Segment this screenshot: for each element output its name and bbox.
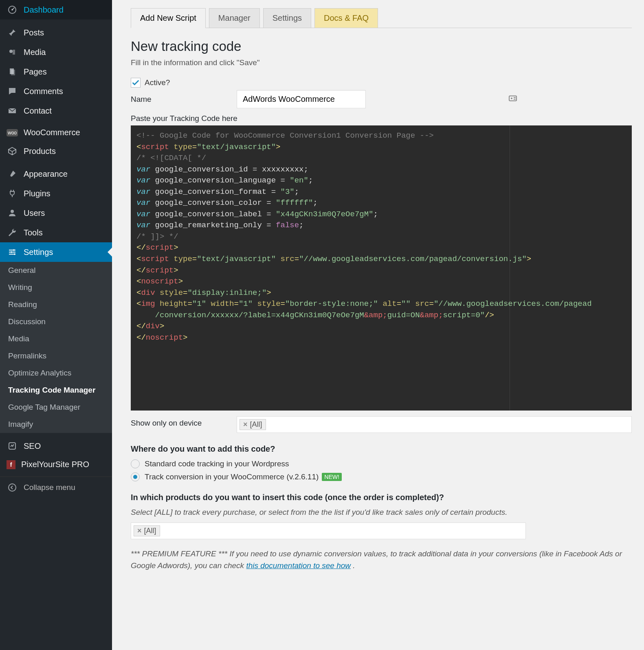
collapse-icon	[7, 482, 18, 493]
svg-point-9	[14, 253, 15, 255]
svg-point-13	[511, 97, 512, 99]
paste-code-label: Paste your Tracking Code here	[131, 114, 632, 123]
sidebar-item-label: SEO	[24, 441, 41, 451]
sidebar-item-seo[interactable]: SEO	[0, 436, 112, 456]
svg-rect-4	[11, 70, 15, 75]
sidebar-item-settings[interactable]: Settings	[0, 242, 112, 262]
sub-discussion[interactable]: Discussion	[0, 313, 112, 330]
premium-note: *** PREMIUM FEATURE *** If you need to u…	[131, 548, 632, 571]
tab-manager[interactable]: Manager	[209, 8, 260, 28]
sub-permalinks[interactable]: Permalinks	[0, 347, 112, 365]
sub-media[interactable]: Media	[0, 330, 112, 347]
active-checkbox[interactable]	[131, 78, 141, 88]
media-icon	[7, 46, 18, 58]
pys-icon: f	[7, 460, 15, 469]
radio-woocommerce-label: Track conversion in your WooCommerce (v.…	[145, 472, 319, 481]
products-hint: Select [ALL] to track every purchase, or…	[131, 508, 632, 517]
radio-standard-tracking[interactable]	[131, 459, 140, 468]
remove-tag-icon[interactable]: ×	[243, 420, 248, 429]
sub-reading[interactable]: Reading	[0, 296, 112, 313]
svg-point-6	[11, 210, 14, 213]
tab-add-new-script[interactable]: Add New Script	[131, 8, 206, 28]
products-tag-all[interactable]: ×[All]	[134, 525, 160, 536]
sidebar-item-label: Dashboard	[24, 5, 64, 15]
page-title: New tracking code	[131, 39, 632, 54]
device-tag-all[interactable]: ×[All]	[240, 419, 266, 430]
remove-tag-icon[interactable]: ×	[137, 527, 142, 535]
sidebar-item-pages[interactable]: Pages	[0, 62, 112, 81]
collapse-menu[interactable]: Collapse menu	[0, 477, 112, 498]
sidebar-item-label: Plugins	[24, 189, 51, 198]
sub-general[interactable]: General	[0, 262, 112, 279]
device-select[interactable]: ×[All]	[237, 416, 632, 433]
svg-point-8	[11, 251, 12, 253]
where-question: Where do you want to add this code?	[131, 444, 632, 454]
sidebar-item-label: Appearance	[24, 169, 68, 179]
collapse-label: Collapse menu	[24, 483, 75, 492]
tab-docs-faq[interactable]: Docs & FAQ	[314, 8, 378, 28]
svg-point-1	[11, 9, 13, 11]
box-icon	[7, 145, 18, 157]
device-label: Show only on device	[131, 416, 237, 430]
sidebar-item-label: Posts	[24, 28, 44, 37]
sidebar-item-products[interactable]: Products	[0, 141, 112, 161]
new-badge: NEW!	[322, 473, 342, 481]
svg-rect-12	[509, 96, 517, 101]
id-card-icon	[508, 93, 518, 105]
svg-point-2	[9, 50, 13, 53]
instruction-text: Fill in the information and click "Save"	[131, 58, 632, 67]
sidebar-item-tools[interactable]: Tools	[0, 223, 112, 242]
sidebar-item-woocommerce[interactable]: woo WooCommerce	[0, 124, 112, 141]
tab-settings[interactable]: Settings	[263, 8, 311, 28]
sidebar-item-plugins[interactable]: Plugins	[0, 184, 112, 203]
sidebar-item-users[interactable]: Users	[0, 203, 112, 223]
premium-doc-link[interactable]: this documentation to see how	[246, 561, 351, 570]
brush-icon	[7, 168, 18, 180]
sidebar-item-label: WooCommerce	[24, 128, 80, 137]
svg-point-11	[9, 484, 16, 491]
name-label: Name	[131, 92, 237, 106]
sidebar-item-comments[interactable]: Comments	[0, 81, 112, 101]
sidebar-item-label: Media	[24, 48, 46, 57]
comment-icon	[7, 86, 18, 97]
admin-sidebar: Dashboard Posts Media Pages Comments Con…	[0, 0, 112, 650]
sidebar-item-label: Comments	[24, 87, 63, 96]
name-input[interactable]	[237, 90, 366, 108]
tabs: Add New Script Manager Settings Docs & F…	[131, 8, 632, 28]
sidebar-item-dashboard[interactable]: Dashboard	[0, 0, 112, 20]
user-icon	[7, 207, 18, 219]
sidebar-item-label: Tools	[24, 228, 43, 237]
pin-icon	[7, 27, 18, 38]
radio-standard-label: Standard code tracking in your Wordpress	[145, 459, 289, 468]
products-select[interactable]: ×[All]	[131, 523, 526, 539]
tracking-code-editor[interactable]: <!-- Google Code for WooCommerce Convers…	[131, 125, 632, 411]
sub-tracking-code-manager[interactable]: Tracking Code Manager	[0, 382, 112, 399]
sub-optimize-analytics[interactable]: Optimize Analytics	[0, 365, 112, 382]
envelope-icon	[7, 105, 18, 116]
svg-point-7	[13, 249, 15, 251]
sub-writing[interactable]: Writing	[0, 279, 112, 296]
pages-icon	[7, 66, 18, 77]
settings-icon	[7, 246, 18, 258]
sidebar-item-appearance[interactable]: Appearance	[0, 164, 112, 184]
woo-icon: woo	[7, 129, 18, 136]
sidebar-item-posts[interactable]: Posts	[0, 23, 112, 42]
products-question: In which products do you want to insert …	[131, 493, 632, 502]
sidebar-item-label: PixelYourSite PRO	[21, 460, 89, 469]
sub-google-tag-manager[interactable]: Google Tag Manager	[0, 399, 112, 416]
settings-submenu: General Writing Reading Discussion Media…	[0, 262, 112, 433]
main-content: Add New Script Manager Settings Docs & F…	[112, 0, 644, 650]
sidebar-item-label: Users	[24, 209, 45, 218]
sidebar-item-pixelyoursite[interactable]: f PixelYourSite PRO	[0, 456, 112, 473]
radio-woocommerce-tracking[interactable]	[131, 472, 140, 481]
sidebar-item-contact[interactable]: Contact	[0, 101, 112, 121]
seo-icon	[7, 440, 18, 452]
sub-imagify[interactable]: Imagify	[0, 416, 112, 433]
plug-icon	[7, 188, 18, 199]
sidebar-item-media[interactable]: Media	[0, 42, 112, 62]
active-label: Active?	[145, 78, 170, 87]
sidebar-item-label: Products	[24, 147, 56, 156]
sidebar-item-label: Settings	[24, 248, 53, 257]
dashboard-icon	[7, 4, 18, 15]
wrench-icon	[7, 227, 18, 238]
